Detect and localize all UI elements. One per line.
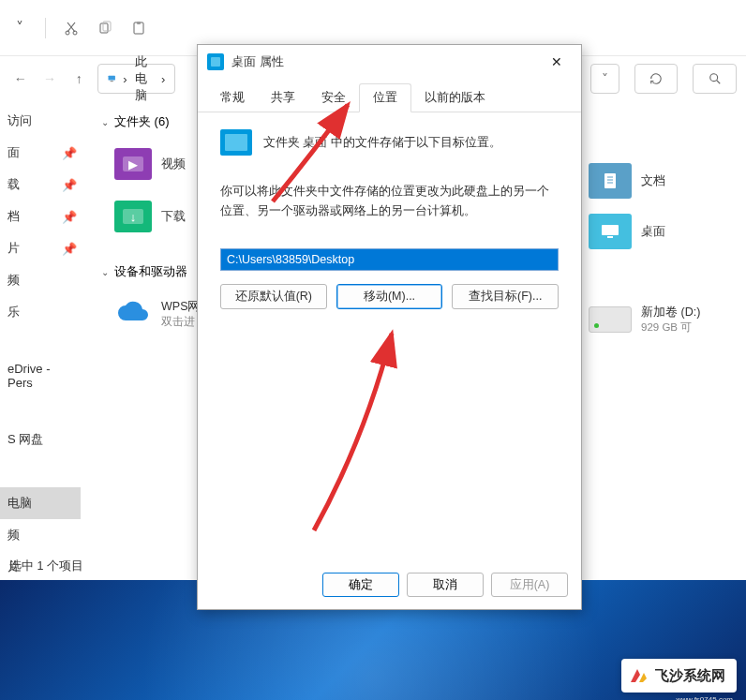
sidebar-item-thispc[interactable]: 电脑 [0,487,81,519]
move-button[interactable]: 移动(M)... [336,284,443,309]
search-box[interactable] [693,64,737,94]
caret-down-icon: ⌄ [101,267,109,277]
sidebar-item[interactable]: 片📌 [0,232,81,264]
crumb-label: 此电脑 [135,53,155,104]
group-label: 设备和驱动器 [114,263,187,280]
forward-button[interactable]: → [38,67,60,90]
refresh-button[interactable] [634,64,679,94]
folder-documents[interactable]: 文档 [589,156,729,206]
svg-rect-5 [137,22,141,24]
sidebar-item [0,392,81,424]
tab-previous[interactable]: 以前的版本 [411,84,499,112]
info-text: 文件夹 桌面 中的文件存储于以下目标位置。 [263,135,501,151]
breadcrumb[interactable]: › 此电脑 › [97,64,176,94]
right-items: 文档 桌面 新加卷 (D:) 929 GB 可 [589,156,729,345]
cut-icon[interactable] [63,20,80,37]
watermark: 飞沙系统网 [621,659,737,693]
svg-rect-15 [607,236,613,238]
tab-location[interactable]: 位置 [359,83,411,112]
videos-folder-icon: ▶ [114,148,152,180]
drive-label: 新加卷 (D:) [641,305,700,320]
crumb-chevron: › [161,72,165,86]
separator [45,18,46,38]
desktop-icon [220,129,252,156]
up-button[interactable]: ↑ [68,67,90,90]
svg-rect-7 [110,81,112,82]
cancel-button[interactable]: 取消 [407,573,484,597]
copy-icon[interactable] [97,20,113,37]
label: 文档 [641,173,665,189]
sidebar-item [0,455,81,487]
status-bar: 选中 1 个项目 [9,559,83,574]
sidebar-item[interactable]: 频 [0,519,81,551]
watermark-logo-icon [627,664,649,687]
documents-folder-icon [589,163,632,199]
folder-desktop[interactable]: 桌面 [589,206,729,257]
crumb-dropdown[interactable]: ˅ [590,64,619,94]
find-target-button[interactable]: 查找目标(F)... [452,284,559,309]
sidebar-item[interactable]: 访问 [0,105,81,137]
pin-icon: 📌 [62,210,77,224]
wps-cloud-icon [114,298,152,330]
downloads-folder-icon: ↓ [114,201,152,232]
dialog-title: 桌面 属性 [231,53,538,70]
pin-icon: 📌 [62,146,77,160]
sidebar-item [0,328,81,360]
tab-sharing[interactable]: 共享 [258,84,308,112]
sidebar-item[interactable]: 频 [0,264,81,296]
sidebar-item[interactable]: 载📌 [0,169,81,201]
label: 桌面 [641,224,665,240]
sidebar-item[interactable]: 面📌 [0,137,81,169]
pc-icon [108,71,115,86]
watermark-text: 飞沙系统网 [655,667,725,685]
sidebar: 访问 面📌 载📌 档📌 片📌 频 乐 eDrive - Pers S 网盘 电脑… [0,101,81,570]
back-button[interactable]: ← [9,67,31,90]
chevron-down-icon[interactable]: ˅ [11,20,28,37]
svg-rect-10 [604,173,616,188]
tab-security[interactable]: 安全 [308,84,359,112]
drive-space: 929 GB 可 [641,320,700,335]
close-button[interactable]: ✕ [538,48,575,76]
wps-sub: 双击进 [161,315,200,329]
sidebar-item[interactable]: S 网盘 [0,424,81,455]
svg-rect-14 [602,225,619,235]
properties-dialog: 桌面 属性 ✕ 常规 共享 安全 位置 以前的版本 文件夹 桌面 中的文件存储于… [197,44,582,610]
sidebar-item[interactable]: 档📌 [0,201,81,232]
dialog-footer: 确定 取消 应用(A) [198,560,581,609]
wps-label: WPS网 [161,299,200,315]
drive-d[interactable]: 新加卷 (D:) 929 GB 可 [589,294,729,345]
paste-icon[interactable] [130,20,147,37]
dialog-body: 文件夹 桌面 中的文件存储于以下目标位置。 你可以将此文件夹中文件存储的位置更改… [198,112,581,560]
dialog-tabs: 常规 共享 安全 位置 以前的版本 [198,82,581,112]
restore-default-button[interactable]: 还原默认值(R) [220,284,327,309]
group-label: 文件夹 (6) [114,113,170,130]
path-input[interactable] [220,248,559,271]
sidebar-item[interactable]: eDrive - Pers [0,360,81,392]
description-text: 你可以将此文件夹中文件存储的位置更改为此硬盘上的另一个位置、另一个驱动器或网络上… [220,182,559,222]
crumb-chevron: › [123,72,127,86]
svg-point-8 [709,74,717,82]
desktop-icon [207,53,224,70]
watermark-url: www.fs0745.com [677,695,733,700]
svg-line-9 [716,81,720,84]
folder-label: 视频 [161,156,186,172]
dialog-titlebar[interactable]: 桌面 属性 ✕ [198,45,581,79]
sidebar-item[interactable]: 乐 [0,296,81,328]
apply-button[interactable]: 应用(A) [491,573,568,597]
desktop-folder-icon [589,214,632,249]
tab-general[interactable]: 常规 [207,84,258,112]
svg-rect-6 [108,76,114,81]
folder-label: 下载 [161,209,186,225]
pin-icon: 📌 [62,178,77,192]
disk-drive-icon [589,306,632,333]
caret-down-icon: ⌄ [101,117,109,127]
ok-button[interactable]: 确定 [322,573,399,597]
pin-icon: 📌 [62,242,77,256]
